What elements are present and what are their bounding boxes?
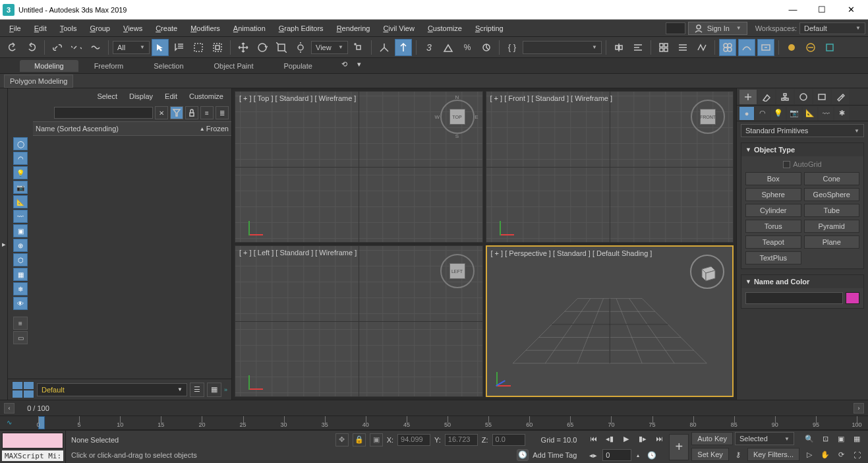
menu-civil-view[interactable]: Civil View bbox=[376, 22, 420, 35]
viewport-front[interactable]: [ + ] [ Front ] [ Standard ] [ Wireframe… bbox=[486, 91, 734, 243]
geometry-subtab[interactable]: ● bbox=[739, 107, 754, 120]
filter-all-icon[interactable]: ≡ bbox=[13, 317, 28, 330]
key-link-button[interactable]: ⚷ bbox=[731, 447, 745, 462]
transform-gizmo-toggle[interactable]: ✥ bbox=[335, 433, 349, 447]
menu-customize[interactable]: Customize bbox=[421, 22, 469, 35]
autogrid-checkbox[interactable]: AutoGrid bbox=[745, 160, 859, 168]
rectangle-select-button[interactable] bbox=[190, 39, 207, 56]
ribbon-tab-object-paint[interactable]: Object Paint bbox=[200, 60, 268, 72]
viewport-top[interactable]: [ + ] [ Top ] [ Standard ] [ Wireframe ]… bbox=[235, 91, 483, 243]
se-menu-customize[interactable]: Customize bbox=[184, 90, 229, 102]
scale-button[interactable] bbox=[273, 39, 290, 56]
goto-end-button[interactable]: ⏭ bbox=[652, 431, 666, 446]
se-clear-search-button[interactable]: ✕ bbox=[155, 106, 168, 119]
ribbon-tab-modeling[interactable]: Modeling bbox=[20, 60, 78, 72]
filter-shapes-icon[interactable]: ◠ bbox=[13, 152, 28, 165]
render-setup-button[interactable] bbox=[738, 39, 755, 56]
track-right-button[interactable]: › bbox=[854, 403, 864, 414]
selection-filter-select[interactable]: All▼ bbox=[113, 41, 150, 54]
menu-rendering[interactable]: Rendering bbox=[330, 22, 377, 35]
minimize-button[interactable]: — bbox=[778, 1, 807, 19]
hierarchy-tab[interactable] bbox=[776, 90, 794, 104]
keyboard-shortcut-toggle[interactable] bbox=[395, 39, 412, 56]
add-time-tag-button[interactable]: 🕓 Add Time Tag bbox=[517, 449, 577, 461]
create-tube-button[interactable]: Tube bbox=[804, 204, 860, 217]
signin-button[interactable]: Sign In▼ bbox=[688, 22, 747, 35]
create-textplus-button[interactable]: TextPlus bbox=[745, 251, 801, 264]
zoom-extents-button[interactable]: ▣ bbox=[834, 432, 848, 447]
ref-coord-select[interactable]: View▼ bbox=[311, 41, 348, 54]
menu-modifiers[interactable]: Modifiers bbox=[184, 22, 227, 35]
timeline[interactable]: ∿ 05101520253035404550556065707580859095… bbox=[0, 416, 868, 430]
object-name-input[interactable] bbox=[745, 292, 843, 304]
pan-button[interactable]: ✋ bbox=[818, 448, 832, 462]
schematic-view-button[interactable] bbox=[655, 39, 672, 56]
menu-graph-editors[interactable]: Graph Editors bbox=[272, 22, 330, 35]
keymode-select[interactable]: Selected▼ bbox=[735, 432, 794, 445]
filter-lights-icon[interactable]: 💡 bbox=[13, 166, 28, 179]
ribbon-tab-freeform[interactable]: Freeform bbox=[80, 60, 138, 72]
object-color-swatch[interactable] bbox=[846, 292, 859, 304]
scene-search-input[interactable] bbox=[54, 107, 153, 119]
se-view1-button[interactable]: ≡ bbox=[200, 106, 214, 119]
play-button[interactable]: ▶ bbox=[619, 431, 633, 446]
helpers-subtab[interactable]: 📐 bbox=[803, 107, 817, 120]
material-editor-button[interactable] bbox=[719, 39, 736, 56]
se-lock-button[interactable] bbox=[185, 106, 198, 119]
select-by-name-button[interactable] bbox=[171, 39, 188, 56]
close-button[interactable]: ✕ bbox=[836, 1, 865, 19]
layer-select[interactable]: Default▼ bbox=[37, 383, 187, 396]
category-select[interactable]: Standard Primitives▼ bbox=[741, 124, 864, 137]
layer-explorer-button[interactable] bbox=[674, 39, 691, 56]
workspace-select[interactable]: Default▼ bbox=[799, 22, 865, 34]
frame-spinner-up[interactable]: ▴ bbox=[633, 448, 643, 462]
viewcube-persp[interactable] bbox=[690, 255, 724, 289]
viewport-left[interactable]: [ + ] [ Left ] [ Standard ] [ Wireframe … bbox=[235, 245, 483, 397]
ribbon-tab-selection[interactable]: Selection bbox=[139, 60, 198, 72]
angle-snap-toggle[interactable] bbox=[440, 39, 457, 56]
menu-file[interactable]: File bbox=[3, 22, 28, 35]
menu-search-input[interactable] bbox=[666, 22, 685, 34]
layer-explorer-icon[interactable]: ☰ bbox=[190, 383, 204, 397]
render-frame-button[interactable] bbox=[757, 39, 774, 56]
viewcube-persp-cube[interactable] bbox=[695, 260, 719, 284]
selection-lock-toggle[interactable]: 🔒 bbox=[353, 433, 366, 447]
named-selection-button[interactable]: { } bbox=[504, 39, 521, 56]
time-config-button[interactable]: 🕓 bbox=[645, 448, 659, 462]
orbit-button[interactable]: ⟳ bbox=[834, 448, 848, 462]
setkey-button[interactable]: Set Key bbox=[691, 448, 729, 461]
bind-spacewarp-button[interactable] bbox=[87, 39, 104, 56]
maximize-button[interactable]: ☐ bbox=[807, 1, 836, 19]
filter-geometry-icon[interactable]: ◯ bbox=[13, 137, 28, 150]
goto-start-button[interactable]: ⏮ bbox=[586, 431, 600, 446]
spinner-snap-toggle[interactable] bbox=[478, 39, 495, 56]
render-button[interactable] bbox=[783, 39, 800, 56]
mirror-button[interactable] bbox=[610, 39, 627, 56]
filter-none-icon[interactable]: ▭ bbox=[13, 331, 28, 344]
zoom-button[interactable]: 🔍 bbox=[802, 432, 817, 447]
scene-list-header[interactable]: Name (Sorted Ascending) ▲Frozen bbox=[33, 121, 231, 136]
systems-subtab[interactable]: ✱ bbox=[834, 107, 849, 120]
ribbon-pin-icon[interactable]: ▾ bbox=[357, 60, 370, 72]
filter-spacewarps-icon[interactable]: 〰 bbox=[13, 210, 28, 223]
motion-tab[interactable] bbox=[795, 90, 812, 104]
named-selection-select[interactable]: ▼ bbox=[523, 41, 602, 54]
lights-subtab[interactable]: 💡 bbox=[771, 107, 786, 120]
next-frame-button[interactable]: ▮▸ bbox=[635, 431, 650, 446]
menu-group[interactable]: Group bbox=[83, 22, 117, 35]
se-menu-edit[interactable]: Edit bbox=[159, 90, 183, 102]
create-pyramid-button[interactable]: Pyramid bbox=[804, 220, 860, 233]
viewcube-front[interactable]: FRONT bbox=[691, 100, 725, 134]
create-cylinder-button[interactable]: Cylinder bbox=[745, 204, 801, 217]
maximize-viewport-button[interactable]: ⛶ bbox=[850, 448, 864, 462]
filter-groups-icon[interactable]: ▣ bbox=[13, 224, 28, 237]
autodesk-app-button[interactable] bbox=[802, 39, 819, 56]
menu-edit[interactable]: Edit bbox=[28, 22, 53, 35]
create-sphere-button[interactable]: Sphere bbox=[745, 188, 801, 201]
modify-tab[interactable] bbox=[758, 90, 775, 104]
se-filter-button[interactable] bbox=[170, 106, 183, 119]
ribbon-tab-populate[interactable]: Populate bbox=[269, 60, 326, 72]
pivot-center-button[interactable] bbox=[350, 39, 367, 56]
viewport-layout-button[interactable] bbox=[12, 381, 34, 398]
y-coord[interactable]: 16.723 bbox=[445, 434, 478, 446]
